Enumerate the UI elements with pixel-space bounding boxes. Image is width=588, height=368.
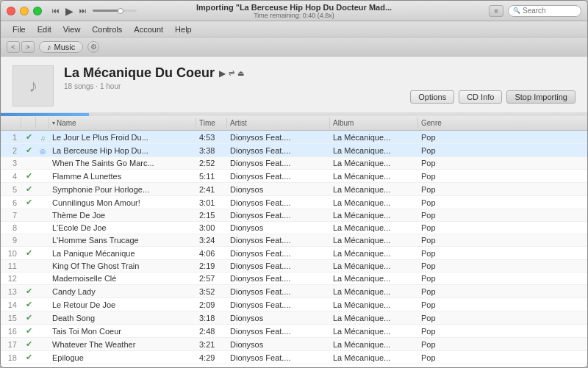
track-time: 3:01 bbox=[196, 197, 227, 209]
track-import-status bbox=[36, 343, 49, 346]
window-subtitle: Time remaining: 0:40 (4.8x) bbox=[196, 12, 392, 19]
table-row[interactable]: 7 Thème De Joe 2:15 Dionysos Feat.... La… bbox=[1, 209, 587, 222]
track-table[interactable]: ▾ Name Time Artist Album Genre 1 ✔ ♫ Le … bbox=[1, 116, 587, 367]
table-row[interactable]: 6 ✔ Cunnilingus Mon Amour! 3:01 Dionysos… bbox=[1, 196, 587, 209]
track-artist: Dionysos Feat.... bbox=[227, 131, 330, 143]
track-status bbox=[21, 214, 36, 217]
track-genre: Pop bbox=[418, 260, 462, 272]
menu-view[interactable]: View bbox=[57, 25, 87, 34]
menu-controls[interactable]: Controls bbox=[86, 25, 128, 34]
menu-help[interactable]: Help bbox=[169, 25, 198, 34]
settings-icon[interactable]: ⚙ bbox=[87, 41, 99, 53]
volume-slider[interactable] bbox=[93, 10, 137, 12]
table-row[interactable]: 3 When The Saints Go Marc... 2:52 Dionys… bbox=[1, 157, 587, 170]
track-album: La Mécanique... bbox=[330, 222, 418, 234]
track-status: ✔ bbox=[21, 311, 36, 324]
track-artist: Dionysos Feat.... bbox=[227, 299, 330, 311]
album-playback-controls: ▶ ⇌ ⏏ bbox=[219, 68, 244, 79]
stop-importing-button[interactable]: Stop Importing bbox=[506, 90, 576, 104]
table-row[interactable]: 16 ✔ Tais Toi Mon Coeur 2:48 Dionysos Fe… bbox=[1, 325, 587, 338]
forward-button[interactable]: ⏭ bbox=[78, 5, 88, 16]
rewind-button[interactable]: ⏮ bbox=[51, 5, 61, 16]
track-album: La Mécanique... bbox=[330, 352, 418, 364]
track-import-status bbox=[36, 201, 49, 204]
options-button[interactable]: Options bbox=[410, 90, 454, 104]
album-eject-button[interactable]: ⏏ bbox=[237, 69, 244, 77]
menu-account[interactable]: Account bbox=[128, 25, 169, 34]
track-status bbox=[21, 162, 36, 165]
table-row[interactable]: 9 L'Homme Sans Trucage 3:24 Dionysos Fea… bbox=[1, 234, 587, 247]
table-row[interactable]: 12 Mademoiselle Clé 2:57 Dionysos Feat..… bbox=[1, 273, 587, 285]
track-number: 10 bbox=[1, 248, 21, 259]
track-import-status bbox=[36, 175, 49, 178]
album-info: La Mécanique Du Coeur ▶ ⇌ ⏏ 18 songs · 1… bbox=[64, 65, 400, 90]
track-name: When The Saints Go Marc... bbox=[49, 157, 196, 169]
track-time: 2:48 bbox=[196, 325, 227, 337]
track-time: 2:57 bbox=[196, 273, 227, 284]
search-box[interactable]: 🔍 bbox=[508, 5, 581, 17]
col-num bbox=[1, 118, 21, 129]
breadcrumb[interactable]: ♪ Music bbox=[39, 41, 83, 53]
check-icon: ✔ bbox=[26, 184, 32, 193]
check-icon: ✔ bbox=[26, 339, 32, 348]
track-import-status bbox=[36, 330, 49, 333]
track-genre: Pop bbox=[418, 222, 462, 234]
table-row[interactable]: 15 ✔ Death Song 3:18 Dionysos La Mécaniq… bbox=[1, 311, 587, 325]
album-play-button[interactable]: ▶ bbox=[219, 68, 226, 79]
back-button[interactable]: < bbox=[7, 41, 20, 53]
check-icon: ✔ bbox=[26, 171, 32, 180]
track-name: Thème De Joe bbox=[49, 209, 196, 221]
minimize-button[interactable] bbox=[20, 7, 29, 15]
track-genre: Pop bbox=[418, 184, 462, 195]
table-row[interactable]: 4 ✔ Flamme A Lunettes 5:11 Dionysos Feat… bbox=[1, 170, 587, 183]
track-artist: Dionysos Feat.... bbox=[227, 260, 330, 272]
track-album: La Mécanique... bbox=[330, 197, 418, 209]
album-shuffle-button[interactable]: ⇌ bbox=[229, 69, 234, 77]
track-artist: Dionysos Feat.... bbox=[227, 352, 330, 364]
track-time: 2:41 bbox=[196, 184, 227, 195]
track-import-status bbox=[36, 277, 49, 280]
cd-info-button[interactable]: CD Info bbox=[459, 90, 502, 104]
track-artist: Dionysos Feat.... bbox=[227, 234, 330, 246]
track-number: 7 bbox=[1, 209, 21, 221]
table-row[interactable]: 8 L'Ecole De Joe 3:00 Dionysos La Mécani… bbox=[1, 222, 587, 234]
menu-edit[interactable]: Edit bbox=[32, 25, 57, 34]
track-album: La Mécanique... bbox=[330, 339, 418, 350]
col-genre: Genre bbox=[418, 118, 462, 129]
track-genre: Pop bbox=[418, 352, 462, 364]
track-time: 2:19 bbox=[196, 260, 227, 272]
table-row[interactable]: 18 ✔ Epilogue 4:29 Dionysos Feat.... La … bbox=[1, 351, 587, 364]
track-artist: Dionysos Feat.... bbox=[227, 170, 330, 182]
table-row[interactable]: 10 ✔ La Panique Mécanique 4:06 Dionysos … bbox=[1, 247, 587, 260]
table-row[interactable]: 5 ✔ Symphonie Pour Horloge... 2:41 Diony… bbox=[1, 183, 587, 196]
table-row[interactable]: 13 ✔ Candy Lady 3:52 Dionysos Feat.... L… bbox=[1, 285, 587, 298]
table-row[interactable]: 14 ✔ Le Retour De Joe 2:09 Dionysos Feat… bbox=[1, 298, 587, 311]
table-row[interactable]: 17 ✔ Whatever The Weather 3:21 Dionysos … bbox=[1, 338, 587, 351]
track-time: 3:18 bbox=[196, 312, 227, 324]
track-name: L'Ecole De Joe bbox=[49, 222, 196, 234]
forward-button-nav[interactable]: > bbox=[21, 41, 35, 53]
table-row[interactable]: 2 ✔ ◎ La Berceuse Hip Hop Du... 3:38 Dio… bbox=[1, 144, 587, 157]
track-genre: Pop bbox=[418, 273, 462, 284]
play-button[interactable]: ▶ bbox=[64, 4, 75, 18]
track-album: La Mécanique... bbox=[330, 184, 418, 195]
track-import-status bbox=[36, 239, 49, 242]
search-input[interactable] bbox=[523, 7, 574, 15]
track-status: ✔ bbox=[21, 131, 36, 143]
close-button[interactable] bbox=[7, 7, 15, 15]
track-name: L'Homme Sans Trucage bbox=[49, 234, 196, 246]
track-number: 17 bbox=[1, 339, 21, 350]
check-icon: ✔ bbox=[26, 313, 32, 322]
table-row[interactable]: 11 King Of The Ghost Train 2:19 Dionysos… bbox=[1, 260, 587, 273]
track-number: 12 bbox=[1, 273, 21, 284]
table-row[interactable]: 1 ✔ ♫ Le Jour Le Plus Froid Du... 4:53 D… bbox=[1, 131, 587, 144]
col-name[interactable]: ▾ Name bbox=[49, 118, 196, 129]
check-icon: ✔ bbox=[26, 286, 32, 295]
track-status: ✔ bbox=[21, 285, 36, 297]
track-status: ✔ bbox=[21, 183, 36, 195]
track-import-status bbox=[36, 214, 49, 217]
menu-file[interactable]: File bbox=[7, 25, 32, 34]
maximize-button[interactable] bbox=[33, 7, 42, 15]
list-view-button[interactable]: ≡ bbox=[489, 5, 503, 17]
track-number: 8 bbox=[1, 222, 21, 234]
